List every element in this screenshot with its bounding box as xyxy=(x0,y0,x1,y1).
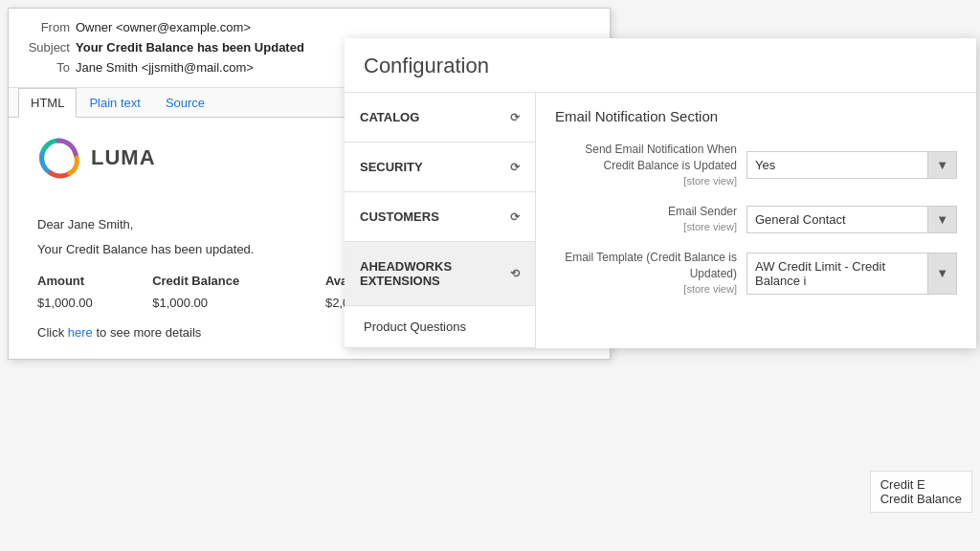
sidebar-label-security: SECURITY xyxy=(360,160,423,174)
select-email-template[interactable]: AW Credit Limit - Credit Balance i ▼ xyxy=(746,253,957,295)
here-link[interactable]: here xyxy=(68,325,93,340)
config-body: CATALOG ⟳ SECURITY ⟳ CUSTOMERS ⟳ AHEADWO… xyxy=(345,93,976,348)
select-email-sender[interactable]: General Contact ▼ xyxy=(746,206,957,233)
sidebar-label-aheadworks: AHEADWORKS EXTENSIONS xyxy=(360,259,510,288)
cell-credit-balance: $1,000.00 xyxy=(152,292,325,314)
link-prefix: Click xyxy=(37,325,64,340)
select-value-send-notification: Yes xyxy=(747,152,927,178)
tab-source[interactable]: Source xyxy=(153,88,217,118)
form-row-email-sender: Email Sender [store view] General Contac… xyxy=(555,204,957,234)
from-label: From xyxy=(22,18,70,38)
credit-overlay: Credit E Credit Balance xyxy=(870,471,972,513)
col-credit-balance: Credit Balance xyxy=(152,270,325,292)
luma-logo-icon xyxy=(37,137,79,179)
subject-label: Subject xyxy=(22,38,70,58)
subject-value: Your Credit Balance has been Updated xyxy=(76,38,304,58)
tab-plaintext[interactable]: Plain text xyxy=(77,88,152,118)
section-title: Email Notification Section xyxy=(555,108,957,124)
chevron-up-icon: ⟲ xyxy=(510,267,520,280)
sidebar-sub-item-product-questions[interactable]: Product Questions xyxy=(345,306,535,348)
to-label: To xyxy=(22,58,70,78)
form-row-email-template: Email Template (Credit Balance is Update… xyxy=(555,250,957,297)
form-row-send-notification: Send Email Notification When Credit Bala… xyxy=(555,142,957,188)
chevron-down-icon: ⟳ xyxy=(510,161,520,174)
sidebar-item-aheadworks[interactable]: AHEADWORKS EXTENSIONS ⟲ xyxy=(345,242,535,306)
select-value-email-sender: General Contact xyxy=(747,207,927,232)
credit-line1: Credit E xyxy=(880,477,962,492)
link-suffix: to see more details xyxy=(96,325,201,340)
chevron-down-icon: ⟳ xyxy=(510,210,520,224)
sidebar-sub-label-product-questions: Product Questions xyxy=(364,320,466,334)
config-content: Email Notification Section Send Email No… xyxy=(536,93,976,348)
credit-line2: Credit Balance xyxy=(880,492,962,506)
sidebar-item-customers[interactable]: CUSTOMERS ⟳ xyxy=(345,192,535,242)
dropdown-arrow-icon[interactable]: ▼ xyxy=(927,152,956,178)
tab-html[interactable]: HTML xyxy=(18,88,77,118)
sidebar-label-customers: CUSTOMERS xyxy=(360,209,439,224)
luma-brand-name: LUMA xyxy=(91,145,156,170)
sidebar-item-security[interactable]: SECURITY ⟳ xyxy=(345,143,535,192)
label-send-notification: Send Email Notification When Credit Bala… xyxy=(555,142,737,188)
sidebar-item-catalog[interactable]: CATALOG ⟳ xyxy=(345,93,535,143)
label-email-sender: Email Sender [store view] xyxy=(555,204,737,234)
config-panel: Configuration CATALOG ⟳ SECURITY ⟳ CUSTO… xyxy=(345,38,976,348)
config-sidebar: CATALOG ⟳ SECURITY ⟳ CUSTOMERS ⟳ AHEADWO… xyxy=(345,93,536,348)
config-title: Configuration xyxy=(345,38,976,93)
select-value-email-template: AW Credit Limit - Credit Balance i xyxy=(747,253,927,294)
chevron-down-icon: ⟳ xyxy=(510,111,520,124)
col-amount: Amount xyxy=(37,270,152,292)
cell-amount: $1,000.00 xyxy=(37,292,152,314)
dropdown-arrow-icon[interactable]: ▼ xyxy=(927,253,956,294)
select-send-notification[interactable]: Yes ▼ xyxy=(746,151,957,179)
from-row: From Owner <owner@example.com> xyxy=(22,18,596,38)
from-value: Owner <owner@example.com> xyxy=(76,18,251,38)
to-value: Jane Smith <jjsmith@mail.com> xyxy=(76,58,254,78)
label-email-template: Email Template (Credit Balance is Update… xyxy=(555,250,737,297)
sidebar-label-catalog: CATALOG xyxy=(360,110,419,124)
dropdown-arrow-icon[interactable]: ▼ xyxy=(927,207,956,232)
